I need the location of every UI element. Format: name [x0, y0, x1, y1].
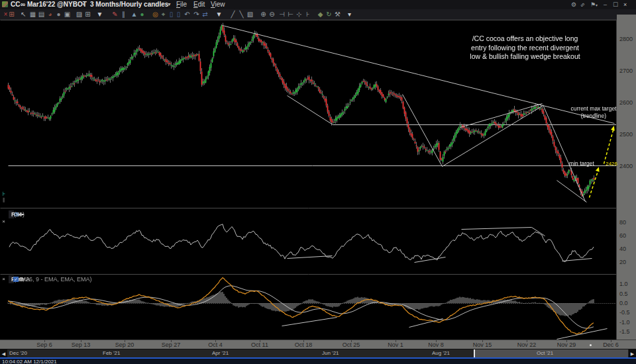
- time-axis-label: Sep 13: [72, 341, 91, 348]
- timeframe-label[interactable]: 3 Months/Hourly candles: [90, 1, 168, 9]
- ppo-tick-label: -1.5: [619, 328, 630, 336]
- min-target-price-tag: 2426: [600, 161, 617, 167]
- chart-type-dropdown-icon[interactable]: ▼: [95, 10, 104, 19]
- ppo-tick-label: 0.5: [619, 291, 628, 298]
- time-axis-label: Sep 20: [115, 341, 134, 348]
- volume-icon[interactable]: ∥: [119, 10, 128, 19]
- trendline-tool-icon[interactable]: ╱: [229, 10, 237, 19]
- pin-icon[interactable]: ⚑▾: [590, 1, 598, 9]
- price-tick-label: 2400: [619, 163, 633, 170]
- toolbar-corner: [617, 15, 636, 20]
- extend-left-icon[interactable]: ⊣: [278, 10, 286, 19]
- symbol-dropdown-icon[interactable]: ▼: [81, 2, 86, 7]
- timeframe-dropdown-icon[interactable]: ▼: [167, 2, 172, 7]
- image-icon[interactable]: ▣: [63, 10, 72, 19]
- price-axis[interactable]: 28002700260025002400806040201.00.50.0-0.…: [616, 20, 636, 340]
- panel-blue2-icon[interactable]: ▯: [174, 10, 183, 19]
- navigator-period-label: Jun '21: [322, 350, 339, 356]
- navigator-period-label: Feb '21: [103, 350, 120, 356]
- ppo-tick-label: 0.0: [619, 300, 628, 307]
- sphere-icon[interactable]: ●: [54, 10, 63, 19]
- multi-chart-icon[interactable]: ⊞: [83, 10, 92, 19]
- zoom-out-icon[interactable]: ⊖: [268, 10, 276, 19]
- navigator-period-label: Dec '20: [9, 350, 27, 356]
- time-axis-label: Nov 15: [473, 341, 492, 348]
- redo-icon[interactable]: ↷: [192, 10, 201, 19]
- max-target-label[interactable]: current max target (trendline): [568, 105, 619, 120]
- print-icon[interactable]: ▤: [37, 10, 46, 19]
- time-axis-label: Oct 4: [208, 341, 223, 348]
- annotate-icon[interactable]: ✎: [111, 10, 119, 19]
- toolbar: ×⊞↖▦▤◕●▣▨⊞▼✎∥▲●◎⌖▯▯↶↷⇄▼╱╲▧⊕⊖⊣⊢⊹⊦◆↻⚒▾: [0, 9, 636, 20]
- rsi-tick-label: 20: [619, 259, 626, 266]
- navigator-period-label: Apr '21: [212, 350, 229, 356]
- range-navigator[interactable]: ◀ ▶ Dec '20Feb '21Apr '21Jun '21Aug '21O…: [0, 349, 636, 357]
- palette-icon[interactable]: ◆: [316, 10, 325, 19]
- time-axis-label: Sep 6: [36, 341, 52, 348]
- ppo-header: PPO (12, 26, 9 - EMA, EMA, EMA) ⚙ ✓ MA ✓…: [9, 275, 14, 283]
- time-axis-label: Nov 1: [388, 341, 403, 348]
- cursor-icon[interactable]: ↖: [19, 10, 28, 19]
- grid-layout-icon[interactable]: ▦: [28, 10, 37, 19]
- title-bar: CC ∞ Mar16'22 @NYBOT ▼ 3 Months/Hourly c…: [0, 0, 636, 9]
- time-axis-label: Oct 18: [295, 341, 313, 348]
- app-logo-icon: [2, 1, 8, 7]
- symbol-label[interactable]: CC: [11, 1, 20, 9]
- tools-dropdown-icon[interactable]: ▼: [215, 10, 223, 19]
- price-tick-label: 2500: [619, 131, 633, 138]
- clock-timestamp: 10:04:02 AM 12/1/2021: [2, 359, 57, 364]
- ppo-tick-label: 1.0: [619, 281, 628, 288]
- time-axis-label: Nov 8: [428, 341, 444, 348]
- charting-app-window: CC ∞ Mar16'22 @NYBOT ▼ 3 Months/Hourly c…: [0, 0, 636, 364]
- gear-icon[interactable]: ⚙: [571, 1, 576, 9]
- contract-label[interactable]: ∞ Mar16'22 @NYBOT: [21, 1, 87, 9]
- time-axis-label: Oct 25: [343, 341, 360, 348]
- rsi-gear-icon[interactable]: ⚙: [14, 210, 19, 218]
- rsi-tick-label: 40: [619, 246, 626, 253]
- rsi-tick-label: 80: [619, 219, 626, 226]
- fib-tool-icon[interactable]: ▧: [246, 10, 254, 19]
- navigator-period-label: Oct '21: [537, 350, 553, 356]
- zoom-in-icon[interactable]: ⊕: [259, 10, 268, 19]
- price-scale-icon[interactable]: ⊦: [0, 191, 7, 197]
- chart-note-annotation[interactable]: /CC cocoa offers an objective long entry…: [460, 34, 590, 62]
- status-bar: 10:04:02 AM 12/1/2021: [0, 357, 636, 364]
- min-target-label[interactable]: min target: [563, 160, 600, 167]
- price-tick-label: 2700: [619, 68, 633, 75]
- ray-tool-icon[interactable]: ╲: [237, 10, 246, 19]
- time-axis-label: Nov 22: [517, 341, 537, 348]
- price-tick-label: 2600: [619, 99, 633, 107]
- time-axis[interactable]: Sep 6Sep 13Sep 20Sep 27Oct 4Oct 11Oct 18…: [0, 340, 636, 349]
- minimize-icon[interactable]: –: [604, 1, 607, 9]
- center-axis-icon[interactable]: ⊹: [295, 10, 303, 19]
- menu-file[interactable]: File: [176, 1, 187, 8]
- time-axis-label: Dec 6: [603, 341, 619, 348]
- time-axis-label: Nov 29: [557, 341, 576, 348]
- extend-right-icon[interactable]: ⊢: [286, 10, 295, 19]
- rsi-tick-label: 60: [619, 232, 626, 240]
- navigator-period-label: Aug '21: [432, 350, 450, 356]
- ppo-tick-label: -1.0: [619, 319, 630, 326]
- globe-icon[interactable]: ●: [138, 10, 146, 19]
- snap-grid-icon[interactable]: ⊞: [7, 10, 16, 19]
- menu-view[interactable]: View: [211, 1, 225, 8]
- pie-icon[interactable]: ◕: [46, 10, 54, 19]
- ppo-osma-checkbox[interactable]: ✓: [13, 277, 19, 282]
- price-tick-label: 2800: [619, 36, 633, 43]
- chart-style-icon[interactable]: ▨: [75, 10, 83, 19]
- fit-axis-icon[interactable]: ⊦: [303, 10, 312, 19]
- ppo-close-icon[interactable]: ×: [1, 276, 7, 282]
- more-dropdown-icon[interactable]: ▾: [345, 10, 354, 19]
- undo-icon[interactable]: ↶: [183, 10, 191, 19]
- close-icon[interactable]: ×: [623, 1, 627, 9]
- swap-arrows-icon[interactable]: ⇄: [201, 10, 209, 19]
- rsi-header: RSI (14) ⚙: [9, 210, 14, 218]
- reload-icon[interactable]: ↻: [325, 10, 333, 19]
- time-axis-label: Oct 11: [251, 341, 268, 348]
- maximize-icon[interactable]: ☐: [613, 1, 618, 9]
- menu-edit[interactable]: Edit: [193, 1, 205, 8]
- ppo-tick-label: -0.5: [619, 309, 630, 316]
- mini-bars-icon[interactable]: ∥: [0, 197, 7, 203]
- settings-tools-icon[interactable]: ⚒: [333, 10, 342, 19]
- rsi-close-icon[interactable]: ×: [1, 218, 7, 224]
